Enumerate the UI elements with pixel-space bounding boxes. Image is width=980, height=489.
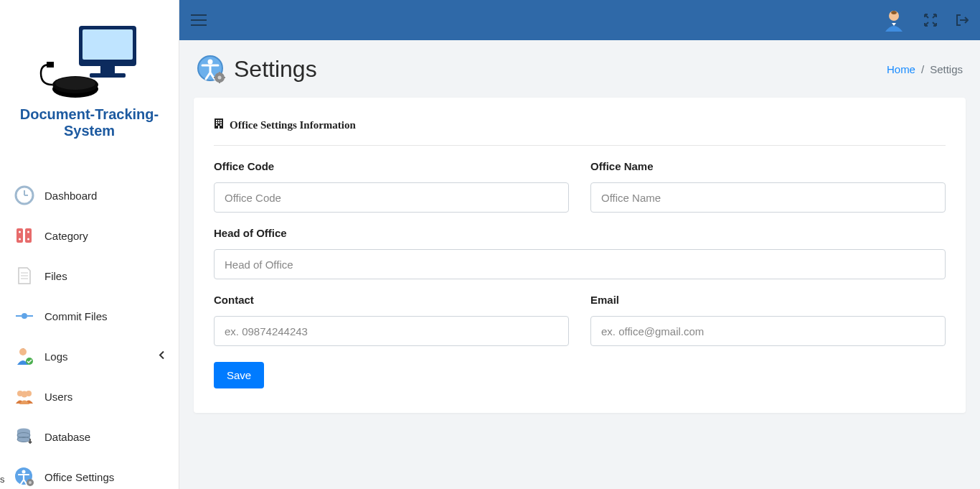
svg-rect-45: [216, 120, 217, 121]
sidebar-item-label: Commit Files: [44, 310, 108, 322]
breadcrumb-current: Settigs: [930, 63, 963, 75]
fullscreen-icon[interactable]: [924, 14, 937, 27]
logo-area: Document-Tracking-System: [0, 0, 179, 146]
sidebar-nav: Dashboard Category: [0, 175, 179, 489]
svg-point-23: [19, 348, 27, 355]
commit-icon: [13, 304, 36, 327]
sidebar-item-label: Dashboard: [44, 190, 97, 202]
cards-icon: [13, 224, 36, 247]
sidebar-item-label: Users: [44, 391, 72, 403]
database-icon: [13, 425, 36, 448]
breadcrumb-home-link[interactable]: Home: [887, 63, 915, 75]
svg-rect-52: [220, 124, 222, 126]
sidebar-item-office-settings[interactable]: Office Settings: [0, 457, 179, 489]
sidebar-item-dashboard[interactable]: Dashboard: [0, 175, 179, 215]
svg-point-37: [208, 60, 213, 65]
svg-point-13: [19, 231, 21, 233]
svg-point-14: [19, 238, 21, 241]
hamburger-icon[interactable]: [191, 14, 207, 26]
accessibility-gear-icon: [197, 55, 225, 83]
clock-icon: [13, 184, 36, 207]
office-name-label: Office Name: [590, 160, 946, 172]
svg-point-15: [27, 231, 29, 233]
page-header: Settings Home / Settigs: [194, 55, 966, 83]
email-input[interactable]: [590, 316, 946, 346]
svg-point-27: [22, 391, 28, 398]
office-code-label: Office Code: [214, 160, 569, 172]
head-of-office-input[interactable]: [214, 249, 946, 279]
accessibility-gear-icon: [13, 465, 36, 488]
contact-input[interactable]: [214, 316, 569, 346]
user-avatar[interactable]: [882, 9, 905, 32]
svg-rect-53: [218, 126, 220, 129]
sidebar: Document-Tracking-System Dashboard Categ…: [0, 0, 179, 489]
app-logo-text: Document-Tracking-System: [7, 106, 171, 139]
svg-rect-11: [17, 228, 23, 243]
breadcrumb-separator: /: [921, 63, 924, 75]
sidebar-item-files[interactable]: Files: [0, 256, 179, 296]
topbar: [179, 0, 980, 40]
svg-point-21: [22, 313, 27, 319]
svg-rect-47: [220, 120, 222, 121]
sidebar-item-commit-files[interactable]: Commit Files: [0, 296, 179, 336]
svg-point-34: [29, 481, 32, 484]
stray-text: s: [0, 474, 5, 485]
sidebar-item-label: Database: [44, 431, 90, 443]
svg-rect-12: [25, 228, 32, 243]
sidebar-item-logs[interactable]: Logs: [0, 336, 179, 376]
card-title-text: Office Settings Information: [230, 119, 356, 131]
sidebar-item-label: Logs: [44, 350, 68, 363]
svg-rect-3: [90, 73, 126, 78]
sidebar-item-label: Files: [44, 270, 67, 282]
svg-point-39: [218, 76, 222, 80]
office-name-input[interactable]: [590, 182, 946, 213]
app-logo-icon: [39, 22, 140, 101]
user-check-icon: [13, 345, 36, 368]
svg-rect-7: [47, 62, 54, 67]
logout-icon[interactable]: [956, 14, 969, 27]
svg-rect-2: [100, 66, 115, 73]
breadcrumb: Home / Settigs: [887, 63, 963, 75]
settings-card: Office Settings Information Office Code …: [194, 98, 966, 413]
sidebar-item-category[interactable]: Category: [0, 215, 179, 256]
sidebar-item-users[interactable]: Users: [0, 376, 179, 416]
svg-point-6: [55, 77, 95, 90]
svg-rect-48: [216, 122, 217, 124]
page-title: Settings: [234, 56, 317, 83]
contact-label: Contact: [214, 294, 569, 306]
office-code-input[interactable]: [214, 182, 569, 213]
sidebar-item-label: Category: [44, 230, 88, 242]
email-label: Email: [590, 294, 946, 306]
sidebar-item-label: Office Settings: [44, 471, 114, 483]
save-button[interactable]: Save: [214, 362, 264, 388]
sidebar-item-database[interactable]: Database: [0, 416, 179, 457]
building-icon: [214, 118, 224, 132]
svg-rect-49: [218, 122, 220, 124]
main-content: Settings Home / Settigs Office Settings …: [179, 40, 980, 489]
svg-point-16: [27, 238, 29, 241]
svg-rect-1: [83, 29, 133, 60]
svg-rect-51: [216, 124, 217, 126]
svg-rect-46: [218, 120, 220, 121]
chevron-left-icon: [159, 351, 166, 362]
card-title: Office Settings Information: [214, 118, 946, 146]
svg-rect-50: [220, 122, 222, 124]
users-icon: [13, 385, 36, 408]
file-icon: [13, 264, 36, 287]
svg-point-32: [22, 470, 26, 474]
head-of-office-label: Head of Office: [214, 227, 946, 239]
